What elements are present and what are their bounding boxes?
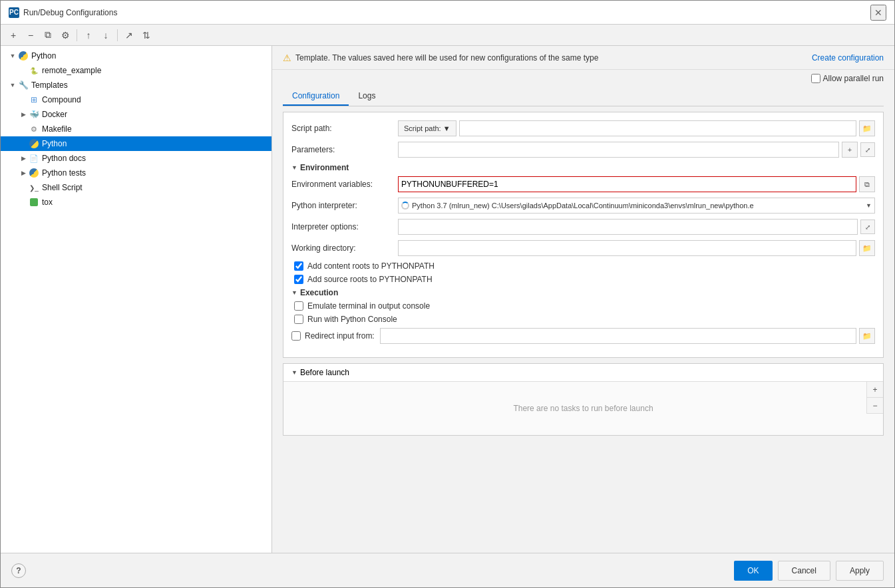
tree-item-tox[interactable]: tox	[1, 195, 271, 210]
interpreter-select[interactable]: Python 3.7 (mlrun_new) C:\Users\gilads\A…	[398, 198, 875, 214]
redirect-input-row: Redirect input from: 📁	[291, 328, 875, 344]
tree-item-docker[interactable]: ▶ 🐳 Docker	[1, 107, 271, 122]
form-section: Script path: Script path: ▼ 📁 Parameters…	[283, 112, 884, 358]
before-launch-side-buttons: + −	[866, 382, 883, 414]
tree-arrow-empty-shell	[19, 184, 27, 192]
execution-section-header: ▼ Execution	[291, 288, 875, 297]
execution-collapse-arrow[interactable]: ▼	[291, 289, 297, 296]
before-launch-title: Before launch	[300, 368, 349, 377]
move-up-button[interactable]: ↑	[81, 28, 96, 43]
emulate-terminal-checkbox[interactable]	[294, 301, 303, 311]
move-down-button[interactable]: ↓	[98, 28, 113, 43]
add-content-roots-row: Add content roots to PYTHONPATH	[291, 261, 875, 271]
tree-item-shell-script[interactable]: ❯_ Shell Script	[1, 180, 271, 195]
copy-button[interactable]: ⧉	[41, 28, 55, 43]
interpreter-options-input[interactable]	[398, 219, 858, 235]
remote-example-label: remote_example	[42, 66, 101, 75]
create-config-link[interactable]: Create configuration	[812, 53, 884, 63]
cancel-button[interactable]: Cancel	[778, 561, 830, 581]
tree-arrow-docker: ▶	[19, 110, 27, 118]
parameters-input[interactable]	[398, 142, 839, 158]
parameters-label: Parameters:	[291, 145, 398, 154]
before-launch-empty-text: There are no tasks to run before launch	[283, 382, 883, 435]
env-vars-copy-btn[interactable]: ⧉	[859, 176, 875, 192]
working-dir-row: Working directory: 📁	[291, 240, 875, 256]
shell-script-label: Shell Script	[42, 183, 83, 192]
interpreter-options-expand[interactable]: ⤢	[860, 220, 875, 234]
close-button[interactable]: ✕	[870, 5, 886, 21]
parameters-expand-btn[interactable]: ⤢	[860, 142, 875, 157]
tree-item-python-root[interactable]: ▼ Python	[1, 49, 271, 63]
redirect-input-browse[interactable]: 📁	[859, 328, 875, 344]
env-vars-input[interactable]	[398, 176, 856, 192]
remote-example-icon: 🐍	[29, 65, 39, 76]
working-dir-label: Working directory:	[291, 243, 398, 253]
tree-item-templates[interactable]: ▼ 🔧 Templates	[1, 78, 271, 92]
help-button[interactable]: ?	[11, 563, 26, 578]
before-launch-remove-btn[interactable]: −	[867, 398, 883, 414]
environment-section-header: ▼ Environment	[291, 163, 875, 172]
add-source-roots-checkbox[interactable]	[294, 275, 303, 284]
tree-arrow-empty-tox	[19, 198, 27, 206]
docker-label: Docker	[42, 110, 67, 119]
python-root-label: Python	[31, 51, 56, 61]
tabs: Configuration Logs	[283, 87, 884, 106]
toolbar: + − ⧉ ⚙ ↑ ↓ ↗ ⇅	[1, 25, 894, 46]
tox-label: tox	[42, 198, 53, 207]
script-path-row: Script path: Script path: ▼ 📁	[291, 120, 875, 136]
tree-panel: ▼ Python 🐍 remote_example ▼ 🔧 Templates	[1, 46, 272, 553]
script-path-browse[interactable]: 📁	[859, 120, 875, 136]
ok-button[interactable]: OK	[734, 561, 772, 581]
move-button[interactable]: ↗	[122, 28, 136, 43]
config-area: Allow parallel run Configuration Logs Sc…	[272, 70, 894, 553]
python-docs-icon: 📄	[29, 153, 39, 164]
parameters-wrap: + ⤢	[398, 142, 875, 158]
apply-button[interactable]: Apply	[836, 561, 884, 581]
before-launch-add-btn[interactable]: +	[867, 382, 883, 398]
redirect-input-label[interactable]: Redirect input from:	[305, 331, 375, 341]
working-dir-browse[interactable]: 📁	[859, 240, 875, 256]
settings-button[interactable]: ⚙	[58, 28, 73, 43]
tree-item-compound[interactable]: ⊞ Compound	[1, 92, 271, 107]
before-launch-body: + − There are no tasks to run before lau…	[283, 382, 883, 435]
dialog-title: Run/Debug Configurations	[23, 8, 117, 17]
add-button[interactable]: +	[6, 28, 21, 43]
before-launch-collapse-arrow[interactable]: ▼	[291, 369, 297, 376]
add-content-roots-checkbox[interactable]	[294, 261, 303, 271]
tree-item-makefile[interactable]: ⚙ Makefile	[1, 122, 271, 136]
parameters-add-btn[interactable]: +	[842, 142, 858, 158]
python-tests-label: Python tests	[42, 168, 86, 178]
redirect-input-field[interactable]	[380, 328, 856, 344]
parallel-run-checkbox[interactable]	[811, 74, 820, 83]
script-path-input[interactable]	[459, 120, 856, 136]
interpreter-options-row: Interpreter options: ⤢	[291, 219, 875, 235]
tree-item-python[interactable]: Python	[1, 136, 271, 151]
python-root-icon	[18, 51, 29, 61]
run-python-console-label[interactable]: Run with Python Console	[307, 315, 397, 324]
add-content-roots-label[interactable]: Add content roots to PYTHONPATH	[307, 261, 435, 271]
run-python-console-row: Run with Python Console	[291, 315, 875, 324]
parallel-run-label[interactable]: Allow parallel run	[811, 74, 884, 83]
run-python-console-checkbox[interactable]	[294, 315, 303, 324]
tab-logs[interactable]: Logs	[349, 87, 385, 106]
right-panel: ⚠ Template. The values saved here will b…	[272, 46, 894, 553]
tox-icon	[29, 197, 39, 208]
before-launch-section: ▼ Before launch + − There are no tasks t…	[283, 363, 884, 436]
emulate-terminal-label[interactable]: Emulate terminal in output console	[307, 301, 430, 311]
tree-item-remote-example[interactable]: 🐍 remote_example	[1, 63, 271, 78]
parallel-run-row: Allow parallel run	[283, 70, 884, 87]
warning-message: Template. The values saved here will be …	[295, 53, 598, 63]
tree-item-python-docs[interactable]: ▶ 📄 Python docs	[1, 151, 271, 166]
tree-item-python-tests[interactable]: ▶ Python tests	[1, 166, 271, 180]
python-tests-icon	[29, 168, 39, 178]
add-source-roots-label[interactable]: Add source roots to PYTHONPATH	[307, 275, 433, 284]
environment-collapse-arrow[interactable]: ▼	[291, 164, 297, 171]
tab-configuration[interactable]: Configuration	[283, 87, 349, 106]
sort-button[interactable]: ⇅	[139, 28, 154, 43]
redirect-input-checkbox[interactable]	[291, 331, 301, 341]
emulate-terminal-row: Emulate terminal in output console	[291, 301, 875, 311]
script-type-dropdown[interactable]: Script path: ▼	[398, 120, 456, 136]
remove-button[interactable]: −	[23, 28, 38, 43]
working-dir-input[interactable]	[398, 240, 856, 256]
before-launch-header: ▼ Before launch	[283, 364, 883, 382]
